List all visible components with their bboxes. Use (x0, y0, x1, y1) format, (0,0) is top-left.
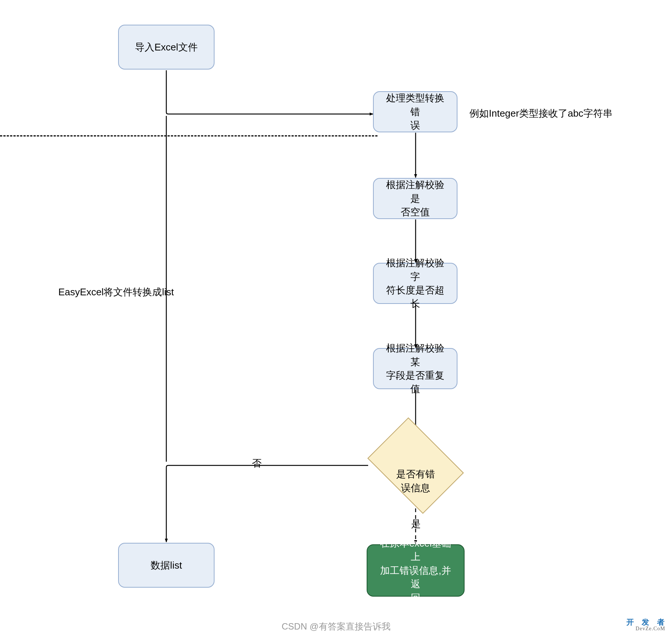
label-convert: EasyExcel将文件转换成list (58, 286, 174, 299)
node-data-list: 数据list (118, 543, 215, 588)
node-label: 根据注解校验字 符长度是否超长 (383, 256, 448, 311)
node-label: 在原本excel基础上 加工错误信息,并返 回 (376, 536, 455, 604)
decision-has-error (367, 417, 464, 514)
connector-layer (0, 0, 672, 637)
dashed-separator (0, 135, 377, 136)
label-example: 例如Integer类型接收了abc字符串 (469, 107, 613, 120)
node-check-null: 根据注解校验是 否空值 (373, 178, 457, 219)
node-import-excel: 导入Excel文件 (118, 25, 215, 70)
label-yes: 是 (411, 517, 421, 530)
site-logo: 开 发 者 DevZe.CoM (626, 617, 668, 632)
node-label: 根据注解校验某 字段是否重复值 (383, 341, 448, 396)
node-return-error-excel: 在原本excel基础上 加工错误信息,并返 回 (367, 544, 465, 597)
node-label: 处理类型转换错 误 (383, 91, 448, 132)
watermark-text: CSDN @有答案直接告诉我 (0, 621, 672, 633)
node-label: 根据注解校验是 否空值 (383, 178, 448, 219)
node-check-length: 根据注解校验字 符长度是否超长 (373, 263, 457, 304)
node-label: 数据list (151, 558, 182, 572)
node-label: 导入Excel文件 (135, 40, 198, 54)
node-check-duplicate: 根据注解校验某 字段是否重复值 (373, 348, 457, 389)
node-handle-type-error: 处理类型转换错 误 (373, 91, 457, 132)
label-no: 否 (252, 457, 262, 470)
flowchart-canvas: 导入Excel文件 处理类型转换错 误 根据注解校验是 否空值 根据注解校验字 … (0, 0, 672, 637)
